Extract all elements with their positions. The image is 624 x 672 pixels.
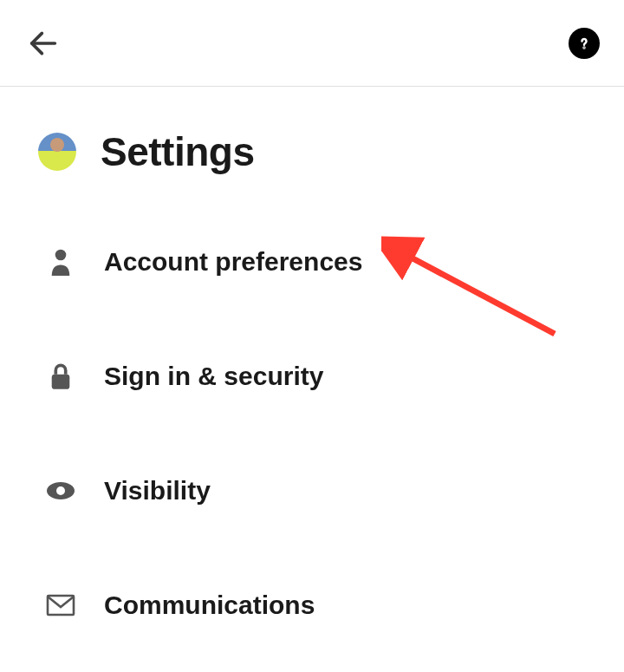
- eye-icon: [45, 475, 76, 506]
- lock-icon: [45, 361, 76, 392]
- page-title: Settings: [101, 128, 254, 175]
- menu-item-sign-in-security[interactable]: Sign in & security: [38, 361, 586, 392]
- menu-item-visibility[interactable]: Visibility: [38, 475, 586, 506]
- avatar[interactable]: [38, 133, 76, 171]
- menu-item-communications[interactable]: Communications: [38, 590, 586, 621]
- envelope-icon: [45, 590, 76, 621]
- content-area: Settings Account preferences Sign in & s…: [0, 87, 624, 621]
- svg-point-2: [55, 250, 67, 261]
- menu-item-label: Visibility: [104, 476, 211, 506]
- menu-item-label: Sign in & security: [104, 362, 323, 391]
- title-row: Settings: [38, 128, 586, 175]
- menu-item-account-preferences[interactable]: Account preferences: [38, 246, 586, 277]
- svg-point-5: [56, 486, 65, 495]
- svg-rect-3: [52, 375, 70, 389]
- svg-point-1: [584, 47, 585, 48]
- person-icon: [45, 246, 76, 277]
- help-button[interactable]: [569, 28, 600, 59]
- header-bar: [0, 0, 624, 87]
- help-icon: [575, 35, 593, 52]
- menu-item-label: Account preferences: [104, 247, 362, 277]
- arrow-left-icon: [26, 26, 61, 61]
- menu-item-label: Communications: [104, 590, 315, 620]
- back-button[interactable]: [24, 24, 62, 62]
